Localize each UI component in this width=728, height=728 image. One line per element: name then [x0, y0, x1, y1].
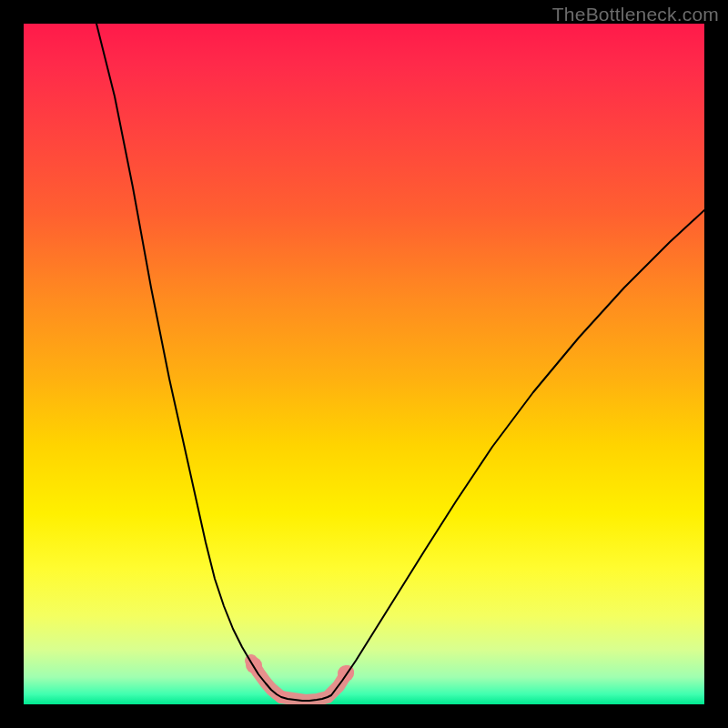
curve-overlay — [24, 24, 704, 704]
plot-area — [24, 24, 704, 704]
outer-frame: TheBottleneck.com — [0, 0, 728, 728]
watermark-text: TheBottleneck.com — [552, 4, 719, 25]
bottleneck-curve — [96, 24, 704, 701]
